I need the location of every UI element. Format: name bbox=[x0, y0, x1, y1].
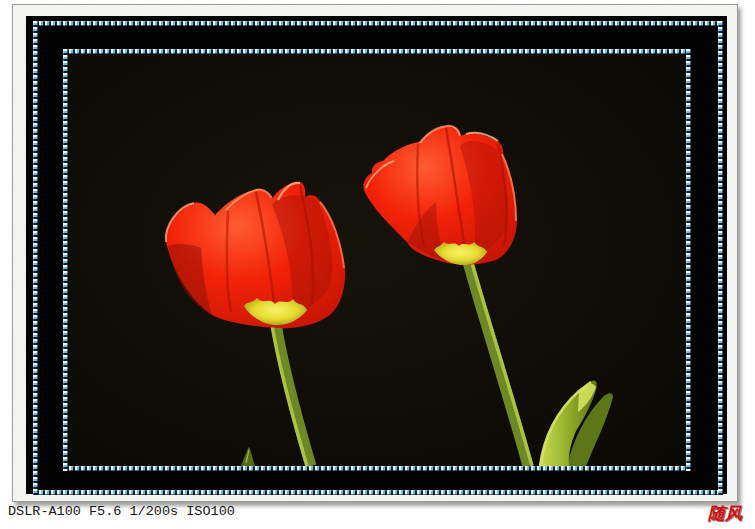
pinstripe-outer-bottom bbox=[33, 490, 723, 495]
pinstripe-outer-left bbox=[33, 21, 38, 495]
tulip-photo-art bbox=[68, 54, 686, 466]
exif-caption: DSLR-A100 F5.6 1/200s ISO100 bbox=[8, 503, 235, 521]
author-watermark: 随风 bbox=[708, 502, 742, 525]
pinstripe-inner-bottom bbox=[63, 466, 691, 471]
photo-background bbox=[68, 54, 686, 466]
pinstripe-outer-top bbox=[33, 21, 723, 26]
pinstripe-inner-right bbox=[686, 49, 691, 471]
picture-frame bbox=[12, 4, 738, 502]
tulip-photo bbox=[68, 54, 686, 466]
pinstripe-outer-right bbox=[718, 21, 723, 495]
